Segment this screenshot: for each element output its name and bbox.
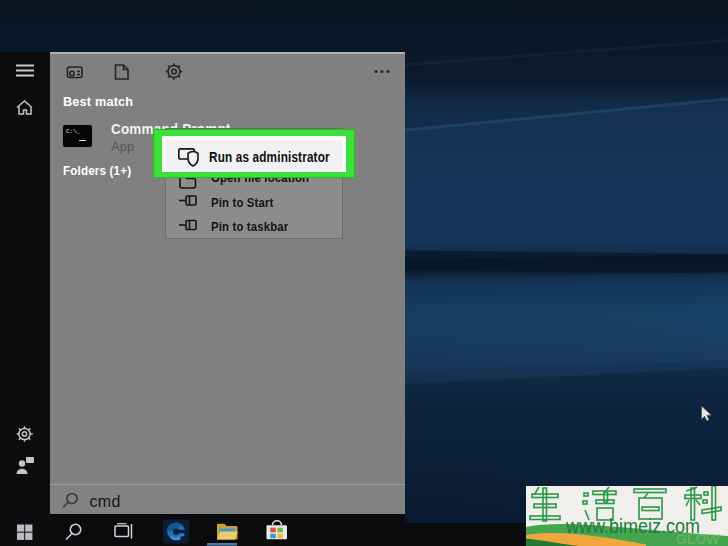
svg-text:www.bimeiz.com: www.bimeiz.com <box>565 515 700 537</box>
